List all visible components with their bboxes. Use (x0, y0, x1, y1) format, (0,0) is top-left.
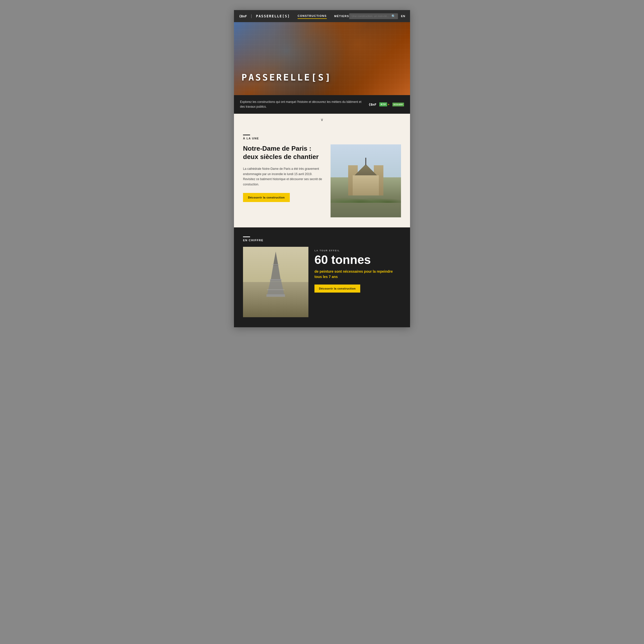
article-excerpt: La cathédrale Notre-Dame de Paris a été … (243, 166, 323, 187)
svg-rect-5 (272, 264, 279, 265)
navbar: {BnF | PASSERELLE[S] CONSTRUCTIONS MÉTIE… (234, 10, 410, 22)
notre-dame-image (331, 144, 401, 217)
ala-une-section: À LA UNE Notre-Dame de Paris : deux sièc… (234, 126, 410, 227)
brand-bnf: {BnF (239, 14, 247, 18)
section-tag-line-dark (243, 236, 250, 237)
decouvrir-construction-button[interactable]: Découvrir la construction (243, 193, 290, 202)
hero-title-wrap: PASSERELLE[S] (241, 72, 332, 83)
brand-separator: | (251, 14, 252, 18)
chiffre-sublabel: LA TOUR EFFEIL (314, 249, 401, 252)
svg-marker-3 (267, 281, 285, 296)
svg-marker-1 (271, 265, 281, 280)
info-logos: {BnF RTP + ECCA-BTP (369, 102, 404, 106)
en-chiffre-section: EN CHIFFRE (234, 227, 410, 327)
navbar-brand: {BnF | PASSERELLE[S] (239, 14, 290, 18)
search-icon[interactable]: 🔍 (391, 14, 395, 18)
section-tag-label-ala-une: À LA UNE (243, 137, 401, 140)
chiffre-right: LA TOUR EFFEIL 60 tonnes de peinture son… (314, 247, 401, 293)
chiffre-number: 60 tonnes (314, 254, 401, 266)
lang-button[interactable]: EN (401, 15, 405, 18)
scroll-hint: ∨ (234, 114, 410, 126)
ala-une-left: Notre-Dame de Paris : deux siècles de ch… (243, 144, 323, 202)
svg-rect-7 (267, 289, 285, 290)
info-band: Explorez les constructions qui ont marqu… (234, 95, 410, 114)
brand-passerelle[interactable]: PASSERELLE[S] (256, 14, 290, 18)
info-text: Explorez les constructions qui ont marqu… (240, 100, 364, 109)
page-wrapper: {BnF | PASSERELLE[S] CONSTRUCTIONS MÉTIE… (234, 10, 410, 327)
hero-overlay (234, 22, 410, 95)
logo-rtp: RTP (379, 102, 387, 106)
section-tag-ala-une: À LA UNE (243, 135, 401, 140)
nav-link-constructions[interactable]: CONSTRUCTIONS (298, 13, 327, 19)
svg-rect-4 (266, 294, 285, 297)
nav-link-metiers[interactable]: MÉTIERS (334, 14, 349, 19)
logo-ecca-btp: ECCA-BTP (392, 103, 404, 106)
svg-marker-0 (273, 252, 278, 265)
ala-une-content: Notre-Dame de Paris : deux siècles de ch… (243, 144, 401, 217)
nd-trees (331, 190, 401, 203)
navbar-search[interactable]: 🔍 (349, 13, 398, 19)
article-title: Notre-Dame de Paris : deux siècles de ch… (243, 144, 323, 161)
eiffel-image (243, 247, 308, 317)
navbar-nav: CONSTRUCTIONS MÉTIERS (298, 13, 349, 19)
logo-plus: + (388, 103, 389, 106)
svg-rect-6 (269, 279, 282, 280)
chiffre-description: de peinture sont nécessaires pour la rep… (314, 269, 401, 279)
logo-bnf: {BnF (369, 103, 376, 106)
chevron-down-icon[interactable]: ∨ (320, 117, 324, 122)
section-tag-en-chiffre: EN CHIFFRE (243, 236, 401, 242)
nd-spire (365, 158, 366, 165)
hero-section: PASSERELLE[S] (234, 22, 410, 95)
en-chiffre-content: LA TOUR EFFEIL 60 tonnes de peinture son… (243, 247, 401, 317)
section-tag-line (243, 135, 250, 135)
hero-title: PASSERELLE[S] (241, 72, 332, 83)
section-tag-label-en-chiffre: EN CHIFFRE (243, 239, 401, 242)
search-input[interactable] (352, 15, 389, 18)
eiffel-tower-icon (266, 250, 286, 302)
decouvrir-eiffel-button[interactable]: Découvrir la construction (314, 285, 360, 293)
